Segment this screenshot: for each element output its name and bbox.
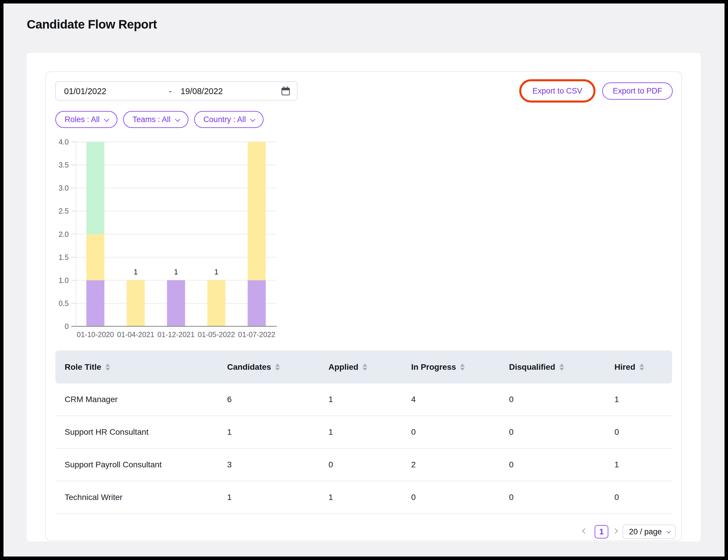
- filter-pill-label: Roles : All: [65, 115, 100, 124]
- page-size-select[interactable]: 20 / page: [623, 524, 676, 539]
- column-header-hired[interactable]: Hired: [605, 351, 672, 383]
- value-cell: 1: [319, 416, 402, 449]
- svg-text:1.0: 1.0: [59, 276, 69, 284]
- svg-text:01-05-2022: 01-05-2022: [198, 330, 235, 339]
- column-header-label: In Progress: [411, 362, 456, 372]
- candidate-flow-chart: 00.51.01.52.02.53.03.54.001-10-2020101-0…: [55, 134, 280, 341]
- sort-icon[interactable]: [559, 364, 564, 371]
- filter-pill-label: Teams : All: [133, 115, 171, 124]
- page-title: Candidate Flow Report: [27, 17, 157, 31]
- chevron-right-icon: [612, 528, 618, 533]
- sort-icon[interactable]: [105, 364, 110, 371]
- table-header-row: Role TitleCandidatesAppliedIn ProgressDi…: [55, 351, 672, 383]
- value-cell: 1: [319, 481, 402, 514]
- date-start-value[interactable]: 01/01/2022: [64, 87, 106, 96]
- svg-text:1: 1: [174, 267, 178, 276]
- filter-pill-roles[interactable]: Roles : All: [55, 111, 117, 128]
- pagination-current-page: 1: [599, 527, 604, 536]
- role-title-cell: CRM Manager: [55, 383, 218, 416]
- chevron-down-icon: [667, 529, 671, 533]
- value-cell: 1: [605, 383, 672, 416]
- role-title-cell: Support Payroll Consultant: [55, 449, 218, 481]
- svg-text:1: 1: [134, 267, 138, 276]
- calendar-icon[interactable]: [281, 86, 291, 98]
- svg-text:01-07-2022: 01-07-2022: [238, 330, 276, 339]
- svg-text:0: 0: [65, 322, 69, 330]
- chevron-down-icon: [175, 116, 180, 121]
- filter-pill-country[interactable]: Country : All: [194, 111, 264, 128]
- value-cell: 0: [319, 449, 402, 481]
- svg-text:3.5: 3.5: [59, 161, 69, 169]
- pagination-next-button[interactable]: [613, 529, 619, 535]
- pagination-prev-button[interactable]: [583, 529, 589, 535]
- sort-icon[interactable]: [639, 364, 644, 371]
- svg-text:3.0: 3.0: [59, 184, 69, 192]
- value-cell: 0: [500, 383, 605, 416]
- svg-text:1.5: 1.5: [59, 253, 69, 261]
- date-range-input[interactable]: 01/01/2022 - 19/08/2022: [55, 81, 298, 101]
- filter-pill-label: Country : All: [204, 115, 246, 124]
- pagination-page-1[interactable]: 1: [595, 525, 608, 538]
- column-header-label: Candidates: [227, 362, 271, 372]
- page-size-value: 20 / page: [629, 527, 662, 536]
- table-row: CRM Manager61401: [55, 383, 672, 416]
- sort-icon[interactable]: [275, 364, 280, 371]
- svg-text:4.0: 4.0: [59, 138, 69, 146]
- value-cell: 0: [605, 416, 672, 449]
- chevron-down-icon: [104, 116, 109, 121]
- value-cell: 1: [218, 416, 319, 449]
- column-header-disqualified[interactable]: Disqualified: [500, 351, 605, 383]
- export-pdf-label: Export to PDF: [613, 87, 662, 96]
- value-cell: 1: [218, 481, 319, 514]
- column-header-role-title[interactable]: Role Title: [55, 351, 218, 383]
- sort-icon[interactable]: [460, 364, 465, 371]
- chevron-down-icon: [250, 116, 255, 121]
- table-row: Support Payroll Consultant30201: [55, 449, 672, 481]
- candidate-flow-table: Role TitleCandidatesAppliedIn ProgressDi…: [55, 351, 672, 514]
- role-title-cell: Support HR Consultant: [55, 416, 218, 449]
- date-separator: -: [169, 87, 172, 96]
- svg-text:1: 1: [214, 267, 219, 276]
- export-csv-button[interactable]: Export to CSV: [519, 79, 595, 103]
- column-header-label: Applied: [329, 362, 359, 372]
- sort-icon[interactable]: [363, 364, 367, 371]
- filter-bar: Roles : AllTeams : AllCountry : All: [55, 111, 264, 128]
- column-header-label: Role Title: [65, 362, 101, 372]
- column-header-in-progress[interactable]: In Progress: [402, 351, 500, 383]
- value-cell: 0: [500, 449, 605, 481]
- export-pdf-button[interactable]: Export to PDF: [602, 82, 673, 100]
- table-row: Technical Writer11000: [55, 481, 672, 514]
- filter-pill-teams[interactable]: Teams : All: [123, 111, 188, 128]
- value-cell: 0: [500, 416, 605, 449]
- value-cell: 6: [218, 383, 319, 416]
- page-background: Candidate Flow Report 01/01/2022 - 19/08…: [3, 3, 725, 557]
- svg-text:2.0: 2.0: [59, 230, 69, 238]
- value-cell: 0: [500, 481, 605, 514]
- svg-text:01-12-2021: 01-12-2021: [158, 330, 195, 339]
- value-cell: 2: [402, 449, 500, 481]
- svg-text:0.5: 0.5: [59, 299, 69, 307]
- column-header-label: Hired: [614, 362, 635, 372]
- role-title-cell: Technical Writer: [55, 481, 218, 514]
- value-cell: 1: [605, 449, 672, 481]
- value-cell: 4: [402, 383, 500, 416]
- svg-text:2.5: 2.5: [59, 207, 69, 215]
- value-cell: 0: [402, 416, 500, 449]
- value-cell: 0: [402, 481, 500, 514]
- column-header-applied[interactable]: Applied: [319, 351, 402, 383]
- value-cell: 1: [319, 383, 402, 416]
- svg-text:01-04-2021: 01-04-2021: [117, 330, 154, 339]
- screenshot-frame: Candidate Flow Report 01/01/2022 - 19/08…: [0, 0, 728, 560]
- column-header-label: Disqualified: [509, 362, 555, 372]
- table-row: Support HR Consultant11000: [55, 416, 672, 449]
- value-cell: 3: [218, 449, 319, 481]
- chevron-left-icon: [582, 528, 587, 533]
- svg-text:01-10-2020: 01-10-2020: [77, 330, 114, 339]
- date-end-value[interactable]: 19/08/2022: [181, 87, 223, 96]
- column-header-candidates[interactable]: Candidates: [218, 351, 319, 383]
- export-csv-label: Export to CSV: [532, 87, 582, 96]
- value-cell: 0: [605, 481, 672, 514]
